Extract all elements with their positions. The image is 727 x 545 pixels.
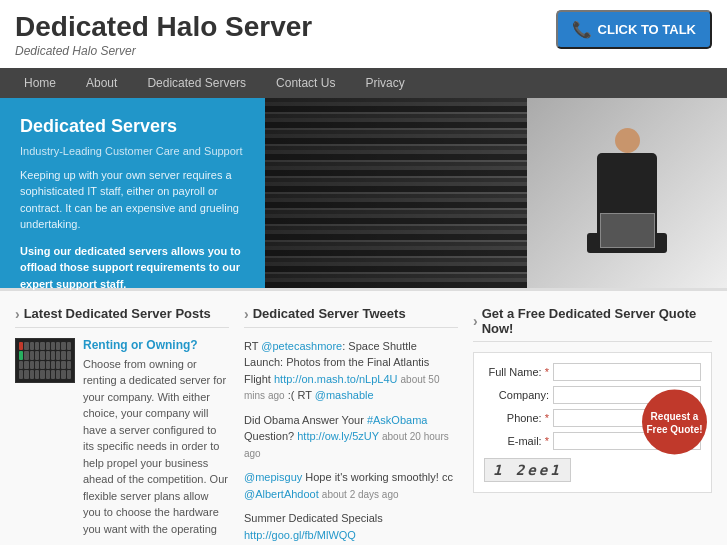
page-header: Dedicated Halo Server Dedicated Halo Ser…: [0, 0, 727, 63]
key: [30, 351, 34, 360]
form-wrapper: Full Name: * Company: Phone: * E-mail: *…: [473, 352, 712, 493]
key: [56, 370, 60, 379]
key: [19, 361, 23, 370]
phone-icon: 📞: [572, 20, 592, 39]
key: [67, 361, 71, 370]
person-figure: [577, 118, 677, 288]
tweets-title: Dedicated Server Tweets: [244, 306, 458, 328]
key: [19, 370, 23, 379]
post-body: Choose from owning or renting a dedicate…: [83, 356, 229, 538]
tweet-url-4[interactable]: http://goo.gl/fb/MlWQQ: [244, 529, 356, 541]
tweet-url-1[interactable]: http://on.mash.to/nLpL4U: [274, 373, 398, 385]
key: [30, 342, 34, 351]
key: [61, 370, 65, 379]
key: [67, 351, 71, 360]
site-title: Dedicated Halo Server: [15, 10, 312, 44]
request-quote-button[interactable]: Request a Free Quote!: [642, 390, 707, 455]
required-indicator-3: *: [545, 435, 549, 447]
nav-about[interactable]: About: [72, 68, 131, 98]
key: [61, 342, 65, 351]
tweet-mashable[interactable]: @mashable: [315, 389, 374, 401]
post-title: Renting or Owning?: [83, 338, 229, 352]
key: [19, 342, 23, 351]
input-fullname[interactable]: [553, 363, 701, 381]
latest-posts-section: Latest Dedicated Server Posts: [15, 306, 229, 545]
tweet-hashtag[interactable]: #AskObama: [367, 414, 428, 426]
tweet-text-1: RT @petecashmore: Space Shuttle Launch: …: [244, 340, 440, 402]
key: [61, 351, 65, 360]
key: [56, 342, 60, 351]
hero-subtitle: Industry-Leading Customer Care and Suppo…: [20, 145, 245, 157]
required-indicator: *: [545, 366, 549, 378]
quote-form-title: Get a Free Dedicated Server Quote Now!: [473, 306, 712, 342]
key: [61, 361, 65, 370]
key: [51, 351, 55, 360]
key: [24, 361, 28, 370]
tweet-text-4: Summer Dedicated Specials http://goo.gl/…: [244, 512, 383, 541]
main-nav: Home About Dedicated Servers Contact Us …: [0, 68, 727, 98]
hero-highlight: Using our dedicated servers allows you t…: [20, 243, 245, 293]
key: [56, 351, 60, 360]
key: [67, 342, 71, 351]
key: [35, 370, 39, 379]
tweet-text-2: Did Obama Answer Your #AskObama Question…: [244, 414, 449, 459]
key: [40, 342, 44, 351]
site-subtitle: Dedicated Halo Server: [15, 44, 312, 58]
tweet-2: Did Obama Answer Your #AskObama Question…: [244, 412, 458, 462]
key: [24, 351, 28, 360]
key: [51, 361, 55, 370]
tweet-user-3a[interactable]: @mepisguy: [244, 471, 302, 483]
key: [30, 361, 34, 370]
label-phone: Phone: *: [484, 412, 549, 424]
key: [46, 351, 50, 360]
tweet-link[interactable]: @petecashmore: [261, 340, 342, 352]
nav-contact[interactable]: Contact Us: [262, 68, 349, 98]
key: [46, 370, 50, 379]
latest-posts-title: Latest Dedicated Server Posts: [15, 306, 229, 328]
key: [56, 361, 60, 370]
key: [30, 370, 34, 379]
post-thumbnail: [15, 338, 75, 383]
key: [35, 351, 39, 360]
tweets-section: Dedicated Server Tweets RT @petecashmore…: [244, 306, 458, 545]
key: [35, 361, 39, 370]
hero-title: Dedicated Servers: [20, 116, 245, 137]
key: [35, 342, 39, 351]
tweet-url-2[interactable]: http://ow.ly/5zUY: [297, 430, 379, 442]
hero-image: [265, 98, 727, 288]
nav-home[interactable]: Home: [10, 68, 70, 98]
key: [19, 351, 23, 360]
key: [51, 370, 55, 379]
keyboard-image: [16, 339, 74, 382]
post-item: Renting or Owning? Choose from owning or…: [15, 338, 229, 538]
key: [67, 370, 71, 379]
key: [46, 342, 50, 351]
key: [51, 342, 55, 351]
key: [40, 361, 44, 370]
nav-privacy[interactable]: Privacy: [351, 68, 418, 98]
person-head: [615, 128, 640, 153]
key: [24, 342, 28, 351]
required-indicator-2: *: [545, 412, 549, 424]
nav-dedicated-servers[interactable]: Dedicated Servers: [133, 68, 260, 98]
background-right: [527, 98, 727, 288]
label-company: Company:: [484, 389, 549, 401]
content-area: Latest Dedicated Server Posts: [0, 288, 727, 545]
tweet-3: @mepisguy Hope it's working smoothly! cc…: [244, 469, 458, 502]
key: [24, 370, 28, 379]
form-row-name: Full Name: *: [484, 363, 701, 381]
hero-section: Dedicated Servers Industry-Leading Custo…: [0, 98, 727, 288]
key: [46, 361, 50, 370]
quote-form-section: Get a Free Dedicated Server Quote Now! F…: [473, 306, 712, 545]
tweet-user-3b[interactable]: @AlbertAhdoot: [244, 488, 319, 500]
person-laptop: [600, 213, 655, 248]
site-branding: Dedicated Halo Server Dedicated Halo Ser…: [15, 10, 312, 58]
tweet-4: Summer Dedicated Specials http://goo.gl/…: [244, 510, 458, 543]
request-btn-label: Request a Free Quote!: [642, 409, 707, 435]
click-to-talk-button[interactable]: 📞 CLICK TO TALK: [556, 10, 712, 49]
cta-label: CLICK TO TALK: [598, 22, 696, 37]
key: [40, 351, 44, 360]
captcha-image: 1 2ee1: [484, 458, 571, 482]
hero-body: Keeping up with your own server requires…: [20, 167, 245, 233]
tweet-time-3: about 2 days ago: [322, 489, 399, 500]
